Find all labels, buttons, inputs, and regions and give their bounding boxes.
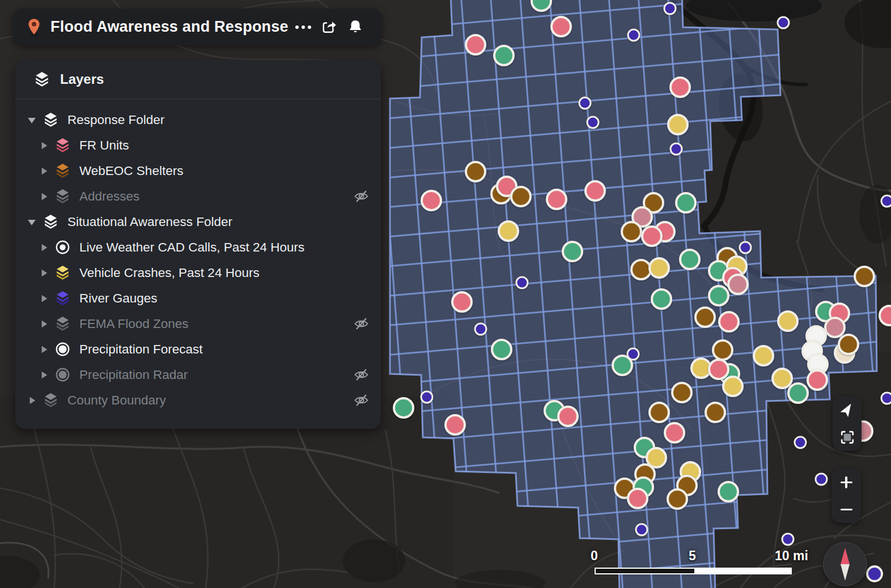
- map-marker[interactable]: [648, 257, 670, 279]
- layer-row-fr-units[interactable]: FR Units: [15, 133, 381, 158]
- layer-row-fema-flood-zones[interactable]: FEMA Flood Zones: [15, 311, 381, 336]
- map-marker[interactable]: [753, 345, 774, 367]
- map-marker[interactable]: [550, 16, 572, 37]
- map-marker[interactable]: [651, 288, 672, 310]
- layer-row-precipitation-radar[interactable]: Precipitation Radar: [15, 362, 381, 387]
- map-marker[interactable]: [777, 310, 799, 332]
- map-marker[interactable]: [474, 323, 487, 336]
- expand-arrow[interactable]: [26, 216, 38, 228]
- layer-row-vehicle-crashes-past-24-hours[interactable]: Vehicle Crashes, Past 24 Hours: [15, 260, 381, 286]
- map-marker[interactable]: [641, 225, 663, 247]
- visibility-off-icon[interactable]: [354, 393, 369, 408]
- expand-arrow[interactable]: [26, 114, 38, 126]
- layer-row-county-boundary[interactable]: County Boundary: [15, 387, 381, 413]
- map-marker[interactable]: [777, 16, 790, 29]
- map-marker[interactable]: [667, 488, 688, 510]
- map-marker[interactable]: [675, 192, 697, 214]
- expand-arrow[interactable]: [37, 139, 50, 152]
- map-marker[interactable]: [854, 266, 875, 287]
- map-marker[interactable]: [562, 241, 583, 262]
- map-marker[interactable]: [648, 402, 670, 423]
- map-marker[interactable]: [498, 220, 519, 242]
- visibility-off-icon[interactable]: [354, 367, 369, 382]
- map-marker[interactable]: [722, 376, 744, 397]
- map-marker[interactable]: [635, 523, 648, 536]
- expand-arrow[interactable]: [37, 190, 50, 203]
- expand-arrow[interactable]: [37, 369, 50, 381]
- map-marker[interactable]: [718, 481, 739, 502]
- map-marker[interactable]: [782, 533, 795, 546]
- map-marker[interactable]: [670, 143, 683, 156]
- map-marker[interactable]: [421, 190, 442, 211]
- map-marker[interactable]: [671, 382, 693, 403]
- map-marker[interactable]: [465, 34, 486, 56]
- map-marker[interactable]: [794, 436, 807, 449]
- map-marker[interactable]: [421, 391, 434, 404]
- map-marker[interactable]: [705, 402, 726, 423]
- map-marker[interactable]: [510, 186, 532, 207]
- map-marker[interactable]: [627, 29, 640, 42]
- map-marker[interactable]: [546, 189, 567, 210]
- map-marker[interactable]: [587, 116, 600, 129]
- layer-row-response-folder[interactable]: Response Folder: [15, 107, 381, 133]
- map-marker[interactable]: [879, 305, 891, 326]
- visibility-off-icon[interactable]: [354, 189, 369, 204]
- locate-button[interactable]: [833, 396, 862, 424]
- expand-arrow[interactable]: [37, 165, 50, 177]
- map-marker[interactable]: [664, 2, 677, 15]
- map-marker[interactable]: [557, 406, 579, 427]
- layer-row-live-weather-cad-calls-past-24-hours[interactable]: Live Weather CAD Calls, Past 24 Hours: [15, 235, 381, 260]
- map-marker[interactable]: [881, 195, 891, 208]
- map-marker[interactable]: [584, 180, 606, 202]
- layer-row-situational-awareness-folder[interactable]: Situational Awareness Folder: [15, 209, 381, 235]
- notifications-button[interactable]: [342, 15, 368, 40]
- minus-icon: [841, 504, 852, 515]
- map-marker[interactable]: [718, 311, 740, 333]
- share-button[interactable]: [316, 15, 342, 40]
- expand-arrow[interactable]: [26, 394, 38, 407]
- map-marker[interactable]: [491, 339, 512, 360]
- map-marker[interactable]: [516, 276, 529, 289]
- map-marker[interactable]: [667, 114, 689, 135]
- visibility-off-icon[interactable]: [354, 316, 369, 331]
- map-marker[interactable]: [444, 414, 466, 436]
- layer-row-webeoc-shelters[interactable]: WebEOC Shelters: [15, 158, 381, 184]
- fit-bounds-button[interactable]: [833, 424, 862, 451]
- map-marker[interactable]: [881, 392, 891, 405]
- layer-row-addresses[interactable]: Addresses: [15, 184, 381, 209]
- map-marker[interactable]: [679, 249, 701, 270]
- map-marker[interactable]: [866, 565, 883, 582]
- zoom-out-button[interactable]: [831, 496, 861, 523]
- expand-arrow[interactable]: [37, 267, 50, 279]
- map-marker[interactable]: [393, 397, 414, 419]
- map-marker[interactable]: [838, 334, 859, 355]
- map-marker[interactable]: [627, 488, 648, 509]
- expand-arrow[interactable]: [37, 318, 50, 330]
- map-marker[interactable]: [621, 221, 642, 242]
- map-marker[interactable]: [465, 161, 486, 182]
- zoom-in-button[interactable]: [831, 468, 861, 496]
- expand-arrow[interactable]: [37, 292, 50, 305]
- map-marker[interactable]: [669, 76, 691, 98]
- map-marker[interactable]: [815, 473, 828, 486]
- map-marker[interactable]: [579, 97, 592, 110]
- map-marker[interactable]: [708, 285, 729, 306]
- map-marker[interactable]: [807, 369, 828, 391]
- layer-row-precipitation-forecast[interactable]: Precipitation Forecast: [15, 336, 381, 362]
- map-marker[interactable]: [664, 422, 685, 444]
- more-options-button[interactable]: [290, 15, 316, 40]
- layer-row-river-gauges[interactable]: River Gauges: [15, 286, 381, 311]
- expand-arrow[interactable]: [37, 241, 50, 254]
- map-marker[interactable]: [787, 382, 809, 404]
- map-marker[interactable]: [531, 0, 552, 12]
- expand-arrow[interactable]: [37, 343, 50, 356]
- map-marker[interactable]: [708, 359, 729, 380]
- map-marker[interactable]: [694, 306, 716, 328]
- map-marker[interactable]: [493, 45, 515, 66]
- compass-control[interactable]: [823, 542, 867, 586]
- map-marker[interactable]: [451, 291, 473, 313]
- map-marker[interactable]: [612, 355, 633, 376]
- map-marker[interactable]: [739, 241, 752, 254]
- map-marker[interactable]: [712, 339, 733, 361]
- map-marker[interactable]: [727, 274, 749, 295]
